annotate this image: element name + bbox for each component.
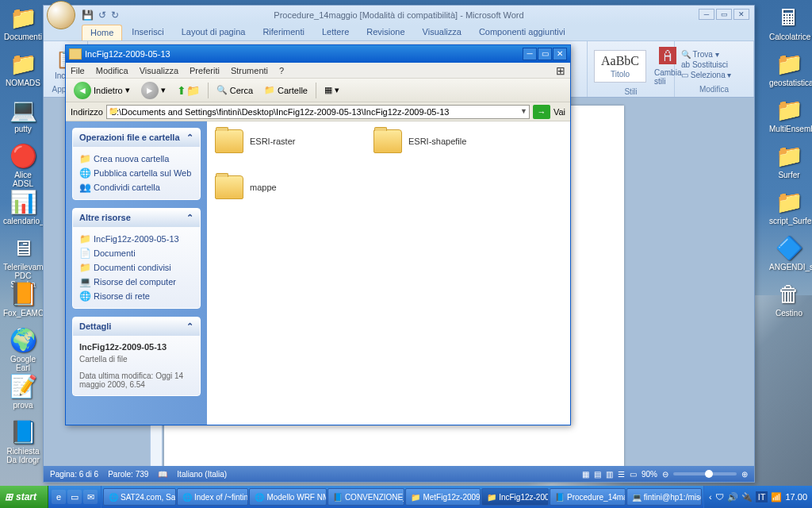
taskbar-item[interactable]: 🌐Modello WRF NM...: [249, 488, 326, 506]
tray-icon[interactable]: 🛡: [715, 492, 724, 502]
task-link[interactable]: 📁Documenti condivisi: [79, 260, 193, 275]
tab-revisione[interactable]: Revisione: [358, 25, 412, 40]
outlook-icon[interactable]: ✉: [83, 490, 98, 504]
taskbar-item[interactable]: 💻fintini@hp1:/misc...: [626, 488, 702, 506]
back-button[interactable]: ◄Indietro ▾: [71, 80, 133, 101]
tab-layout-di-pagina[interactable]: Layout di pagina: [174, 25, 254, 40]
word-count[interactable]: Parole: 739: [108, 470, 148, 479]
zoom-level[interactable]: 90%: [642, 470, 657, 479]
desktop-icon-multiensemble[interactable]: 📁MultiEnsemble: [769, 97, 809, 133]
go-button[interactable]: →: [533, 105, 550, 119]
system-tray[interactable]: ‹ 🛡 🔊 🔌 IT 📶 17.00: [703, 486, 812, 508]
close-button[interactable]: ✕: [553, 48, 567, 60]
forward-button[interactable]: ► ▾: [138, 80, 169, 101]
menu-?[interactable]: ?: [279, 66, 284, 75]
office-button[interactable]: [47, 1, 75, 29]
folder-item-esri-raster[interactable]: ESRI-raster: [215, 129, 342, 153]
undo-icon[interactable]: ↺: [98, 10, 106, 21]
expand-tray-icon[interactable]: ‹: [709, 492, 712, 502]
tab-visualizza[interactable]: Visualizza: [415, 25, 469, 40]
taskbar-item[interactable]: 📁MetFig12z-2009-...: [405, 488, 481, 506]
tab-home[interactable]: Home: [82, 25, 122, 40]
folder-item-mappe[interactable]: mappe: [215, 175, 342, 199]
menu-visualizza[interactable]: Visualizza: [140, 66, 178, 75]
address-input[interactable]: [106, 105, 530, 119]
collapse-icon[interactable]: ⌃: [186, 213, 193, 223]
collapse-icon[interactable]: ⌃: [186, 321, 193, 332]
taskbar-item[interactable]: 📁IncFig12z-200...: [481, 488, 549, 506]
folders-button[interactable]: 📁Cartelle: [261, 83, 311, 97]
menu-file[interactable]: File: [71, 66, 85, 75]
spell-icon[interactable]: 📖: [158, 470, 167, 479]
find-button[interactable]: 🔍 Trova ▾: [681, 50, 731, 59]
task-link[interactable]: 👥Condividi cartella: [79, 180, 193, 194]
task-link[interactable]: 🌐Risorse di rete: [79, 289, 193, 303]
minimize-button[interactable]: ─: [523, 48, 537, 60]
taskbar-item[interactable]: 🌐Index of /~fintini...: [177, 488, 248, 506]
redo-icon[interactable]: ↻: [111, 10, 119, 21]
desktop-icon-fox-eamc[interactable]: 📙Fox_EAMC: [3, 281, 43, 318]
explorer-titlebar[interactable]: IncFig12z-2009-05-13 ─ ▭ ✕: [66, 45, 570, 63]
desktop-icon[interactable]: ▭: [67, 490, 82, 504]
select-button[interactable]: ▭ Seleziona ▾: [681, 71, 731, 79]
language-indicator[interactable]: IT: [756, 491, 768, 502]
menu-preferiti[interactable]: Preferiti: [190, 66, 220, 75]
tray-icon[interactable]: 🔊: [727, 492, 738, 502]
ie-icon[interactable]: e: [52, 490, 66, 504]
word-titlebar[interactable]: 💾 ↺ ↻ Procedure_14maggio [Modalità di co…: [44, 6, 754, 25]
desktop-icon-calendario-[interactable]: 📊calendario_: [3, 189, 43, 225]
task-link[interactable]: 📁IncFig12z-2009-05-13: [79, 232, 193, 246]
desktop-icon-cestino[interactable]: 🗑Cestino: [769, 281, 809, 318]
dropdown-icon[interactable]: ▼: [520, 107, 527, 115]
desktop-icon-putty[interactable]: 💻putty: [3, 97, 43, 133]
tray-icon[interactable]: 📶: [771, 492, 782, 502]
view-print-icon[interactable]: ▦: [582, 470, 589, 479]
desktop-icon-surfer[interactable]: 📁Surfer: [769, 143, 809, 179]
collapse-icon[interactable]: ⌃: [186, 133, 193, 143]
clock[interactable]: 17.00: [785, 492, 807, 502]
start-button[interactable]: ⊞start: [0, 486, 48, 508]
tray-icon[interactable]: 🔌: [741, 492, 753, 502]
desktop-icon-documenti[interactable]: 📁Documenti: [3, 5, 43, 41]
taskbar-item[interactable]: 🌐SAT24.com, Sat...: [103, 488, 176, 506]
maximize-button[interactable]: ▭: [716, 9, 732, 20]
desktop-icon-google-earl[interactable]: 🌍Google Earl: [3, 327, 43, 372]
views-button[interactable]: ▦▾: [321, 83, 343, 97]
style-preview[interactable]: AaBbC Titolo: [594, 50, 646, 83]
folder-item-esri-shapefile[interactable]: ESRI-shapefile: [373, 129, 500, 153]
replace-button[interactable]: ab Sostituisci: [681, 60, 731, 69]
search-button[interactable]: 🔍Cerca: [213, 83, 256, 97]
tab-componenti-aggiuntivi[interactable]: Componenti aggiuntivi: [471, 25, 573, 40]
zoom-in-button[interactable]: ⊕: [741, 470, 748, 479]
task-link[interactable]: 📁Crea nuova cartella: [79, 152, 193, 166]
minimize-button[interactable]: ─: [699, 9, 714, 20]
desktop-icon-script-surfer[interactable]: 📁script_Surfer: [769, 189, 809, 225]
file-list[interactable]: ESRI-rasterESRI-shapefilemappe: [207, 121, 570, 425]
desktop-icon-angendi-s[interactable]: 🔷ANGENDI_s: [769, 235, 809, 271]
tab-inserisci[interactable]: Inserisci: [124, 25, 171, 40]
taskbar-item[interactable]: 📘Procedure_14ma...: [550, 488, 626, 506]
close-button[interactable]: ✕: [733, 9, 749, 20]
menu-strumenti[interactable]: Strumenti: [231, 66, 268, 75]
maximize-button[interactable]: ▭: [538, 48, 552, 60]
view-web-icon[interactable]: ▥: [606, 470, 613, 479]
save-icon[interactable]: 💾: [82, 10, 94, 21]
view-full-icon[interactable]: ▤: [594, 470, 601, 479]
desktop-icon-calcolatrice[interactable]: 🖩Calcolatrice: [769, 5, 809, 41]
task-link[interactable]: 📄Documenti: [79, 246, 193, 260]
view-outline-icon[interactable]: ☰: [618, 470, 625, 479]
taskbar-item[interactable]: 📘CONVENZIONE_...: [327, 488, 404, 506]
page-count[interactable]: Pagina: 6 di 6: [50, 470, 98, 479]
desktop-icon-prova[interactable]: 📝prova: [3, 373, 43, 410]
desktop-icon-geostatistica[interactable]: 📁geostatistica: [769, 51, 809, 87]
zoom-slider[interactable]: [673, 472, 737, 475]
tab-riferimenti[interactable]: Riferimenti: [255, 25, 312, 40]
desktop-icon-alice-adsl[interactable]: 🔴Alice ADSL: [3, 143, 43, 188]
task-link[interactable]: 🌐Pubblica cartella sul Web: [79, 166, 193, 180]
language[interactable]: Italiano (Italia): [177, 470, 227, 479]
view-draft-icon[interactable]: ▭: [630, 470, 637, 479]
tab-lettere[interactable]: Lettere: [314, 25, 357, 40]
up-button[interactable]: ⬆📁: [174, 83, 203, 98]
menu-modifica[interactable]: Modifica: [96, 66, 128, 75]
task-link[interactable]: 💻Risorse del computer: [79, 275, 193, 289]
